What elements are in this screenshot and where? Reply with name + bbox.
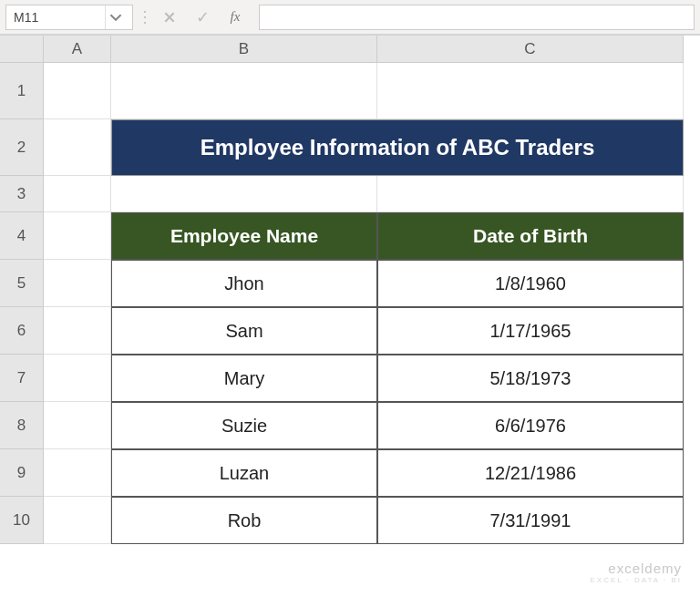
cell-name-3[interactable]: Suzie bbox=[111, 402, 377, 449]
cell-C3[interactable] bbox=[377, 176, 684, 212]
row-header-9[interactable]: 9 bbox=[0, 449, 44, 497]
row-header-8[interactable]: 8 bbox=[0, 402, 44, 449]
drag-dots-icon bbox=[142, 7, 148, 27]
cell-name-2[interactable]: Mary bbox=[111, 355, 377, 402]
fx-label: fx bbox=[231, 9, 241, 25]
svg-point-2 bbox=[144, 22, 146, 24]
select-all-corner[interactable] bbox=[0, 36, 44, 63]
cell-A10[interactable] bbox=[44, 497, 111, 544]
x-icon bbox=[163, 11, 176, 24]
col-header-C[interactable]: C bbox=[377, 36, 684, 63]
row-header-5[interactable]: 5 bbox=[0, 260, 44, 307]
table-header-name[interactable]: Employee Name bbox=[111, 212, 377, 260]
name-box-dropdown[interactable] bbox=[105, 5, 125, 29]
cell-dob-4[interactable]: 12/21/1986 bbox=[377, 449, 684, 497]
cell-name-0[interactable]: Jhon bbox=[111, 260, 377, 307]
cell-name-4[interactable]: Luzan bbox=[111, 449, 377, 497]
cell-B3[interactable] bbox=[111, 176, 377, 212]
cell-A2[interactable] bbox=[44, 119, 111, 176]
cell-A5[interactable] bbox=[44, 260, 111, 307]
spreadsheet-grid: A B C 1 2 Employee Information of ABC Tr… bbox=[0, 35, 700, 544]
watermark-main: exceldemy bbox=[608, 561, 682, 576]
formula-input[interactable] bbox=[259, 5, 695, 30]
cell-dob-2[interactable]: 5/18/1973 bbox=[377, 355, 684, 402]
svg-point-1 bbox=[144, 16, 146, 18]
row-header-7[interactable]: 7 bbox=[0, 355, 44, 402]
watermark-sub: EXCEL · DATA · BI bbox=[590, 576, 682, 584]
svg-point-0 bbox=[144, 11, 146, 13]
title-banner[interactable]: Employee Information of ABC Traders bbox=[111, 119, 684, 176]
cell-A9[interactable] bbox=[44, 449, 111, 497]
cell-name-1[interactable]: Sam bbox=[111, 307, 377, 355]
row-header-1[interactable]: 1 bbox=[0, 63, 44, 119]
row-header-3[interactable]: 3 bbox=[0, 176, 44, 212]
cell-A8[interactable] bbox=[44, 402, 111, 449]
name-box[interactable] bbox=[6, 10, 105, 25]
watermark: exceldemy EXCEL · DATA · BI bbox=[590, 561, 682, 584]
row-header-10[interactable]: 10 bbox=[0, 497, 44, 544]
col-header-B[interactable]: B bbox=[111, 36, 377, 63]
cell-dob-3[interactable]: 6/6/1976 bbox=[377, 402, 684, 449]
table-header-dob[interactable]: Date of Birth bbox=[377, 212, 684, 260]
cell-A6[interactable] bbox=[44, 307, 111, 355]
row-header-4[interactable]: 4 bbox=[0, 212, 44, 260]
chevron-down-icon bbox=[109, 11, 122, 24]
fx-button[interactable]: fx bbox=[222, 5, 248, 30]
cell-dob-5[interactable]: 7/31/1991 bbox=[377, 497, 684, 544]
col-header-A[interactable]: A bbox=[44, 36, 111, 63]
divider bbox=[140, 5, 149, 30]
cell-A4[interactable] bbox=[44, 212, 111, 260]
row-header-6[interactable]: 6 bbox=[0, 307, 44, 355]
cancel-button[interactable] bbox=[157, 5, 182, 30]
formula-bar: ✓ fx bbox=[0, 0, 700, 35]
cell-C1[interactable] bbox=[377, 63, 684, 119]
cell-A7[interactable] bbox=[44, 355, 111, 402]
enter-button[interactable]: ✓ bbox=[190, 5, 215, 30]
cell-A1[interactable] bbox=[44, 63, 111, 119]
name-box-container bbox=[5, 5, 133, 30]
cell-B1[interactable] bbox=[111, 63, 377, 119]
cell-dob-0[interactable]: 1/8/1960 bbox=[377, 260, 684, 307]
row-header-2[interactable]: 2 bbox=[0, 119, 44, 176]
check-icon: ✓ bbox=[196, 7, 210, 27]
cell-A3[interactable] bbox=[44, 176, 111, 212]
cell-name-5[interactable]: Rob bbox=[111, 497, 377, 544]
cell-dob-1[interactable]: 1/17/1965 bbox=[377, 307, 684, 355]
